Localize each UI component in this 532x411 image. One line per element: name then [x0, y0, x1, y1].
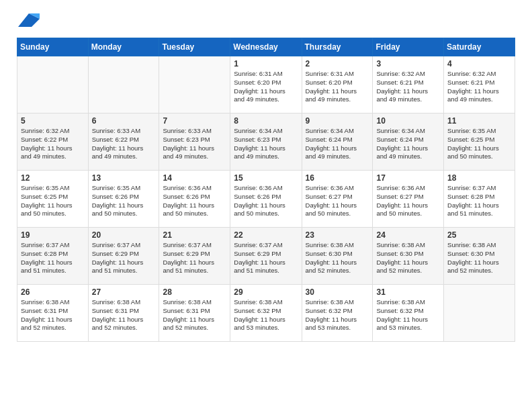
calendar-week-row: 19Sunrise: 6:37 AM Sunset: 6:28 PM Dayli… — [17, 228, 515, 285]
calendar-cell: 2Sunrise: 6:31 AM Sunset: 6:20 PM Daylig… — [302, 56, 373, 113]
calendar-cell: 28Sunrise: 6:38 AM Sunset: 6:31 PM Dayli… — [159, 285, 230, 342]
calendar-cell: 27Sunrise: 6:38 AM Sunset: 6:31 PM Dayli… — [88, 285, 159, 342]
day-info: Sunrise: 6:38 AM Sunset: 6:30 PM Dayligh… — [306, 241, 369, 275]
calendar-cell: 9Sunrise: 6:34 AM Sunset: 6:24 PM Daylig… — [302, 113, 373, 171]
calendar-cell: 20Sunrise: 6:37 AM Sunset: 6:29 PM Dayli… — [88, 228, 159, 285]
calendar-cell: 26Sunrise: 6:38 AM Sunset: 6:31 PM Dayli… — [17, 285, 89, 342]
calendar-cell: 30Sunrise: 6:38 AM Sunset: 6:32 PM Dayli… — [302, 285, 373, 342]
calendar-cell: 6Sunrise: 6:33 AM Sunset: 6:22 PM Daylig… — [88, 113, 159, 171]
day-info: Sunrise: 6:36 AM Sunset: 6:26 PM Dayligh… — [234, 184, 298, 218]
day-info: Sunrise: 6:32 AM Sunset: 6:21 PM Dayligh… — [376, 70, 440, 104]
day-info: Sunrise: 6:37 AM Sunset: 6:29 PM Dayligh… — [234, 241, 298, 275]
calendar: SundayMondayTuesdayWednesdayThursdayFrid… — [17, 38, 515, 342]
day-info: Sunrise: 6:38 AM Sunset: 6:32 PM Dayligh… — [234, 298, 298, 332]
calendar-cell: 16Sunrise: 6:36 AM Sunset: 6:27 PM Dayli… — [302, 171, 373, 228]
day-number: 5 — [21, 116, 85, 126]
calendar-header-row: SundayMondayTuesdayWednesdayThursdayFrid… — [17, 38, 515, 56]
day-number: 7 — [163, 116, 226, 126]
day-number: 8 — [234, 116, 298, 126]
calendar-cell: 19Sunrise: 6:37 AM Sunset: 6:28 PM Dayli… — [17, 228, 89, 285]
day-info: Sunrise: 6:34 AM Sunset: 6:24 PM Dayligh… — [306, 127, 369, 161]
day-number: 6 — [92, 116, 156, 126]
day-number: 31 — [376, 287, 440, 297]
day-number: 17 — [376, 173, 440, 183]
day-info: Sunrise: 6:37 AM Sunset: 6:29 PM Dayligh… — [163, 241, 226, 275]
day-info: Sunrise: 6:33 AM Sunset: 6:22 PM Dayligh… — [92, 127, 156, 161]
calendar-cell — [17, 56, 89, 113]
calendar-cell: 23Sunrise: 6:38 AM Sunset: 6:30 PM Dayli… — [302, 228, 373, 285]
calendar-cell: 15Sunrise: 6:36 AM Sunset: 6:26 PM Dayli… — [230, 171, 302, 228]
calendar-cell: 11Sunrise: 6:35 AM Sunset: 6:25 PM Dayli… — [444, 113, 515, 171]
calendar-cell: 29Sunrise: 6:38 AM Sunset: 6:32 PM Dayli… — [230, 285, 302, 342]
calendar-cell: 14Sunrise: 6:36 AM Sunset: 6:26 PM Dayli… — [159, 171, 230, 228]
day-info: Sunrise: 6:32 AM Sunset: 6:22 PM Dayligh… — [21, 127, 85, 161]
day-number: 3 — [376, 59, 440, 68]
day-info: Sunrise: 6:38 AM Sunset: 6:30 PM Dayligh… — [447, 241, 511, 275]
day-of-week-header: Saturday — [444, 38, 515, 56]
calendar-week-row: 1Sunrise: 6:31 AM Sunset: 6:20 PM Daylig… — [17, 56, 515, 113]
calendar-cell: 1Sunrise: 6:31 AM Sunset: 6:20 PM Daylig… — [230, 56, 302, 113]
day-info: Sunrise: 6:38 AM Sunset: 6:31 PM Dayligh… — [21, 298, 85, 332]
day-number: 24 — [376, 230, 440, 240]
day-of-week-header: Friday — [373, 38, 444, 56]
calendar-week-row: 12Sunrise: 6:35 AM Sunset: 6:25 PM Dayli… — [17, 171, 515, 228]
day-info: Sunrise: 6:38 AM Sunset: 6:31 PM Dayligh… — [163, 298, 226, 332]
day-number: 23 — [306, 230, 369, 240]
day-info: Sunrise: 6:31 AM Sunset: 6:20 PM Dayligh… — [306, 70, 369, 104]
day-of-week-header: Wednesday — [230, 38, 302, 56]
day-info: Sunrise: 6:34 AM Sunset: 6:23 PM Dayligh… — [234, 127, 298, 161]
calendar-week-row: 5Sunrise: 6:32 AM Sunset: 6:22 PM Daylig… — [17, 113, 515, 171]
calendar-cell: 25Sunrise: 6:38 AM Sunset: 6:30 PM Dayli… — [444, 228, 515, 285]
calendar-cell: 13Sunrise: 6:35 AM Sunset: 6:26 PM Dayli… — [88, 171, 159, 228]
day-number: 1 — [234, 59, 298, 68]
calendar-cell — [444, 285, 515, 342]
calendar-cell: 4Sunrise: 6:32 AM Sunset: 6:21 PM Daylig… — [444, 56, 515, 113]
day-number: 10 — [376, 116, 440, 126]
calendar-cell: 24Sunrise: 6:38 AM Sunset: 6:30 PM Dayli… — [373, 228, 444, 285]
calendar-cell: 10Sunrise: 6:34 AM Sunset: 6:24 PM Dayli… — [373, 113, 444, 171]
day-of-week-header: Thursday — [302, 38, 373, 56]
day-info: Sunrise: 6:37 AM Sunset: 6:29 PM Dayligh… — [92, 241, 156, 275]
day-number: 15 — [234, 173, 298, 183]
day-number: 16 — [306, 173, 369, 183]
day-info: Sunrise: 6:38 AM Sunset: 6:32 PM Dayligh… — [306, 298, 369, 332]
day-info: Sunrise: 6:35 AM Sunset: 6:26 PM Dayligh… — [92, 184, 156, 218]
calendar-cell: 22Sunrise: 6:37 AM Sunset: 6:29 PM Dayli… — [230, 228, 302, 285]
day-number: 20 — [92, 230, 156, 240]
day-info: Sunrise: 6:38 AM Sunset: 6:31 PM Dayligh… — [92, 298, 156, 332]
day-number: 29 — [234, 287, 298, 297]
day-info: Sunrise: 6:36 AM Sunset: 6:27 PM Dayligh… — [376, 184, 440, 218]
day-of-week-header: Monday — [88, 38, 159, 56]
page-container: SundayMondayTuesdayWednesdayThursdayFrid… — [0, 0, 532, 355]
calendar-cell — [88, 56, 159, 113]
day-info: Sunrise: 6:35 AM Sunset: 6:25 PM Dayligh… — [21, 184, 85, 218]
day-info: Sunrise: 6:38 AM Sunset: 6:32 PM Dayligh… — [376, 298, 440, 332]
calendar-week-row: 26Sunrise: 6:38 AM Sunset: 6:31 PM Dayli… — [17, 285, 515, 342]
day-info: Sunrise: 6:37 AM Sunset: 6:28 PM Dayligh… — [21, 241, 85, 275]
day-number: 28 — [163, 287, 226, 297]
calendar-cell — [159, 56, 230, 113]
day-info: Sunrise: 6:36 AM Sunset: 6:26 PM Dayligh… — [163, 184, 226, 218]
day-of-week-header: Tuesday — [159, 38, 230, 56]
calendar-cell: 8Sunrise: 6:34 AM Sunset: 6:23 PM Daylig… — [230, 113, 302, 171]
header — [17, 13, 515, 27]
day-info: Sunrise: 6:31 AM Sunset: 6:20 PM Dayligh… — [234, 70, 298, 104]
calendar-cell: 7Sunrise: 6:33 AM Sunset: 6:23 PM Daylig… — [159, 113, 230, 171]
day-number: 14 — [163, 173, 226, 183]
day-number: 18 — [447, 173, 511, 183]
day-number: 30 — [306, 287, 369, 297]
day-info: Sunrise: 6:37 AM Sunset: 6:28 PM Dayligh… — [447, 184, 511, 218]
day-number: 13 — [92, 173, 156, 183]
day-info: Sunrise: 6:33 AM Sunset: 6:23 PM Dayligh… — [163, 127, 226, 161]
day-of-week-header: Sunday — [17, 38, 89, 56]
day-number: 9 — [306, 116, 369, 126]
day-number: 2 — [306, 59, 369, 68]
calendar-cell: 18Sunrise: 6:37 AM Sunset: 6:28 PM Dayli… — [444, 171, 515, 228]
calendar-cell: 12Sunrise: 6:35 AM Sunset: 6:25 PM Dayli… — [17, 171, 89, 228]
calendar-cell: 17Sunrise: 6:36 AM Sunset: 6:27 PM Dayli… — [373, 171, 444, 228]
day-number: 4 — [447, 59, 511, 68]
day-number: 27 — [92, 287, 156, 297]
calendar-cell: 3Sunrise: 6:32 AM Sunset: 6:21 PM Daylig… — [373, 56, 444, 113]
day-number: 12 — [21, 173, 85, 183]
calendar-cell: 5Sunrise: 6:32 AM Sunset: 6:22 PM Daylig… — [17, 113, 89, 171]
